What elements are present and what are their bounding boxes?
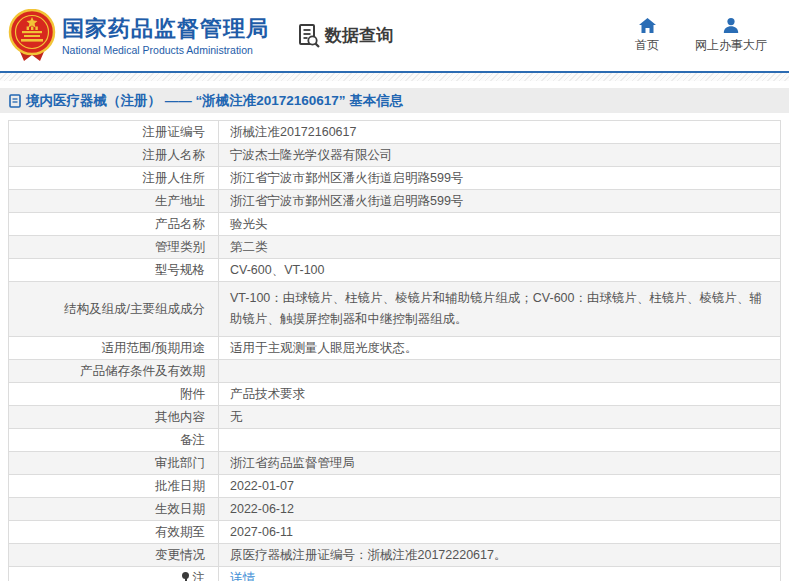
row-label: 结构及组成/主要组成成分 [9,282,219,337]
nmpa-logo[interactable]: 国家药品监督管理局 National Medical Products Admi… [8,9,269,63]
table-row: 其他内容 无 [9,406,781,429]
registration-info-table: 注册证编号 浙械注准20172160617 注册人名称 宁波杰士隆光学仪器有限公… [8,120,781,581]
row-label: 产品名称 [9,213,219,236]
row-value: 2022-06-12 [219,498,781,521]
site-header: 国家药品监督管理局 National Medical Products Admi… [0,0,789,73]
page-title: 境内医疗器械（注册） —— “浙械注准20172160617” 基本信息 [26,92,403,110]
row-label: 管理类别 [9,236,219,259]
national-emblem-icon [8,9,56,63]
row-value: 浙江省宁波市鄞州区潘火街道启明路599号 [219,190,781,213]
row-value: 第二类 [219,236,781,259]
row-value: 无 [219,406,781,429]
row-value: 适用于主观测量人眼屈光度状态。 [219,337,781,360]
row-label: 生效日期 [9,498,219,521]
table-row: 适用范围/预期用途 适用于主观测量人眼屈光度状态。 [9,337,781,360]
row-label: 审批部门 [9,452,219,475]
row-value: 验光头 [219,213,781,236]
row-value: VT-100：由球镜片、柱镜片、棱镜片和辅助镜片组成；CV-600：由球镜片、柱… [219,282,781,337]
site-title: 国家药品监督管理局 [62,16,269,42]
breadcrumb: 境内医疗器械（注册） —— “浙械注准20172160617” 基本信息 [0,88,789,113]
row-label: 生产地址 [9,190,219,213]
header-nav: 首页 网上办事大厅 [625,18,767,54]
document-icon [9,94,21,108]
row-label: 型号规格 [9,259,219,282]
table-row: 注册人名称 宁波杰士隆光学仪器有限公司 [9,144,781,167]
table-row: 注册证编号 浙械注准20172160617 [9,121,781,144]
row-label: 批准日期 [9,475,219,498]
table-row: 管理类别 第二类 [9,236,781,259]
table-row: 有效期至 2027-06-11 [9,521,781,544]
table-row: 产品储存条件及有效期 [9,360,781,383]
note-pin-icon [182,572,190,581]
table-row: 批准日期 2022-01-07 [9,475,781,498]
row-value: CV-600、VT-100 [219,259,781,282]
table-row: 附件 产品技术要求 [9,383,781,406]
row-label: 其他内容 [9,406,219,429]
note-detail-link[interactable]: 详情 [230,571,255,581]
row-value: 2022-01-07 [219,475,781,498]
table-row: 生产地址 浙江省宁波市鄞州区潘火街道启明路599号 [9,190,781,213]
nav-item-home[interactable]: 首页 [625,18,669,54]
row-value [219,360,781,383]
person-icon [723,18,739,33]
document-search-icon [297,23,321,49]
table-row: 备注 [9,429,781,452]
nav-item-label: 首页 [635,37,659,54]
row-label: 注 [9,567,219,581]
row-value [219,429,781,452]
table-row: 型号规格 CV-600、VT-100 [9,259,781,282]
row-value: 浙江省药品监督管理局 [219,452,781,475]
table-row: 注 详情 [9,567,781,581]
row-label: 产品储存条件及有效期 [9,360,219,383]
row-label: 有效期至 [9,521,219,544]
row-label: 注册人住所 [9,167,219,190]
home-icon [639,18,656,33]
nav-item-online-hall[interactable]: 网上办事大厅 [695,18,767,54]
table-row: 注册人住所 浙江省宁波市鄞州区潘火街道启明路599号 [9,167,781,190]
header-hatch-band [0,73,789,81]
table-row: 变更情况 原医疗器械注册证编号：浙械注准20172220617。 [9,544,781,567]
row-value: 原医疗器械注册证编号：浙械注准20172220617。 [219,544,781,567]
table-row: 审批部门 浙江省药品监督管理局 [9,452,781,475]
row-label: 注册证编号 [9,121,219,144]
row-value: 浙江省宁波市鄞州区潘火街道启明路599号 [219,167,781,190]
row-label: 备注 [9,429,219,452]
data-query-label: 数据查询 [325,24,393,47]
nav-item-label: 网上办事大厅 [695,37,767,54]
table-row: 结构及组成/主要组成成分 VT-100：由球镜片、柱镜片、棱镜片和辅助镜片组成；… [9,282,781,337]
site-subtitle: National Medical Products Administration [62,44,269,56]
row-label: 附件 [9,383,219,406]
row-value: 浙械注准20172160617 [219,121,781,144]
row-label: 变更情况 [9,544,219,567]
row-label: 注册人名称 [9,144,219,167]
data-query-section[interactable]: 数据查询 [297,23,393,49]
site-title-block: 国家药品监督管理局 National Medical Products Admi… [62,16,269,56]
table-row: 产品名称 验光头 [9,213,781,236]
row-value: 详情 [219,567,781,581]
table-row: 生效日期 2022-06-12 [9,498,781,521]
row-value: 宁波杰士隆光学仪器有限公司 [219,144,781,167]
row-value: 产品技术要求 [219,383,781,406]
row-label: 适用范围/预期用途 [9,337,219,360]
row-value: 2027-06-11 [219,521,781,544]
